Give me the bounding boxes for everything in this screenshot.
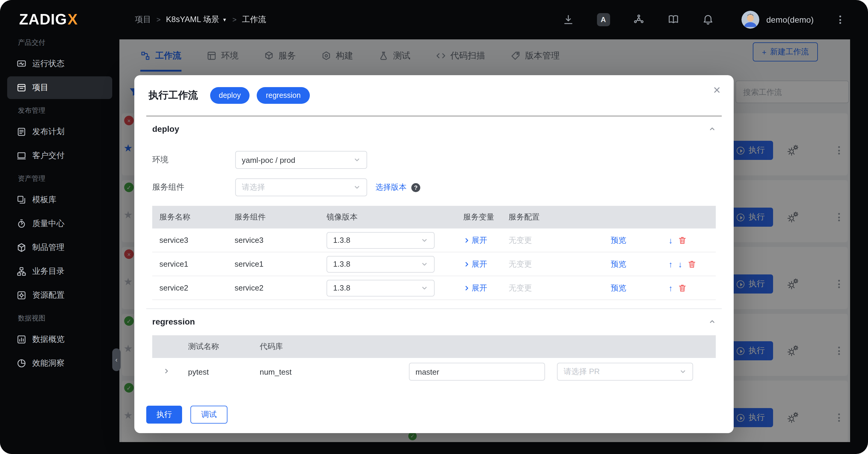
chevron-up-icon bbox=[709, 125, 716, 132]
expand-vars-link[interactable]: 展开 bbox=[463, 283, 487, 293]
template-icon bbox=[17, 195, 26, 205]
test-row: pytest num_test 请选择 PR bbox=[152, 358, 716, 385]
sidebar-item-label: 运行状态 bbox=[32, 59, 64, 69]
translate-icon[interactable]: A bbox=[597, 13, 610, 26]
preview-link[interactable]: 预览 bbox=[611, 235, 626, 244]
breadcrumb-projects[interactable]: 项目 bbox=[135, 14, 151, 25]
service-component-select[interactable]: 请选择 bbox=[235, 179, 367, 196]
expand-label: 展开 bbox=[472, 259, 487, 269]
deploy-panel: 环境 yaml-poc / prod 服务组件 请选择 选择版本 bbox=[146, 151, 722, 309]
preview-link[interactable]: 预览 bbox=[611, 259, 626, 268]
service-component: service1 bbox=[227, 260, 319, 268]
logo-accent: X bbox=[68, 10, 78, 28]
sidebar-item-template-library[interactable]: 模板库 bbox=[7, 189, 112, 211]
delete-trash-icon[interactable] bbox=[688, 260, 696, 268]
image-version-select[interactable]: 1.3.8 bbox=[327, 280, 435, 296]
section-label: regression bbox=[152, 317, 195, 326]
sidebar-item-performance-insight[interactable]: 效能洞察 bbox=[7, 352, 112, 375]
sidebar-section-data-view: 数据视图 bbox=[0, 309, 119, 327]
delete-trash-icon[interactable] bbox=[678, 284, 686, 292]
sidebar-item-resource-config[interactable]: 资源配置 bbox=[7, 284, 112, 306]
zadigx-logo[interactable]: ZADIGX bbox=[0, 7, 119, 31]
resource-gear-icon bbox=[17, 291, 26, 300]
env-select-value: yaml-poc / prod bbox=[242, 155, 295, 164]
image-version-select[interactable]: 1.3.8 bbox=[327, 256, 435, 272]
expand-row-icon[interactable] bbox=[163, 367, 170, 375]
sidebar-item-release-plan[interactable]: 发布计划 bbox=[7, 121, 112, 143]
col-service-name: 服务名称 bbox=[152, 212, 227, 223]
expand-vars-link[interactable]: 展开 bbox=[463, 235, 487, 246]
expand-label: 展开 bbox=[472, 283, 487, 293]
sidebar-section-release-mgmt: 发布管理 bbox=[0, 101, 119, 119]
app-window: ZADIGX 产品交付 运行状态 项目 发布管理 发布计划 客户交付 资产管理 … bbox=[0, 0, 868, 454]
sidebar-item-data-overview[interactable]: 数据概览 bbox=[7, 328, 112, 351]
preview-link[interactable]: 预览 bbox=[611, 283, 626, 292]
sidebar-item-label: 模板库 bbox=[32, 194, 56, 205]
col-image-version: 镜像版本 bbox=[319, 212, 457, 223]
deploy-section-header[interactable]: deploy bbox=[146, 116, 722, 141]
modal-body: deploy 环境 yaml-poc / prod 服务组件 请 bbox=[134, 116, 734, 398]
service-name: service3 bbox=[152, 236, 227, 245]
sidebar-section-asset-mgmt: 资产管理 bbox=[0, 169, 119, 187]
image-version-value: 1.3.8 bbox=[333, 260, 350, 268]
image-version-select[interactable]: 1.3.8 bbox=[327, 232, 435, 249]
sidebar-item-business-catalog[interactable]: 业务目录 bbox=[7, 260, 112, 283]
sidebar-item-label: 效能洞察 bbox=[32, 358, 64, 369]
service-row: service3 service3 1.3.8 展开 无变更 预览 ↓ bbox=[152, 228, 716, 252]
sidebar-item-label: 制品管理 bbox=[32, 242, 64, 253]
sidebar-item-label: 业务目录 bbox=[32, 266, 64, 277]
move-down-icon[interactable]: ↓ bbox=[678, 260, 682, 268]
docs-book-icon[interactable] bbox=[667, 14, 679, 26]
sidebar-item-customer-delivery[interactable]: 客户交付 bbox=[7, 144, 112, 167]
topbar-kebab-menu[interactable] bbox=[838, 12, 843, 27]
user-avatar bbox=[741, 11, 759, 29]
service-name: service2 bbox=[152, 283, 227, 292]
topbar-icons: A bbox=[562, 13, 714, 26]
bell-icon[interactable] bbox=[702, 14, 714, 26]
pr-select[interactable]: 请选择 PR bbox=[557, 363, 693, 381]
col-service-component: 服务组件 bbox=[227, 212, 319, 223]
sidebar-item-label: 资源配置 bbox=[32, 290, 64, 301]
stage-pill-deploy[interactable]: deploy bbox=[210, 87, 250, 104]
sidebar-item-running-status[interactable]: 运行状态 bbox=[7, 53, 112, 75]
stage-pill-regression[interactable]: regression bbox=[257, 87, 310, 104]
apps-cluster-icon[interactable] bbox=[632, 14, 645, 26]
close-icon[interactable]: × bbox=[713, 84, 720, 96]
download-icon[interactable] bbox=[562, 14, 574, 26]
test-table-header: 测试名称 代码库 bbox=[152, 335, 716, 358]
help-icon[interactable]: ? bbox=[411, 183, 420, 192]
test-name: pytest bbox=[181, 367, 252, 376]
service-component-label: 服务组件 bbox=[152, 182, 235, 193]
sidebar-item-quality-center[interactable]: 质量中心 bbox=[7, 213, 112, 235]
chevron-down-icon bbox=[353, 156, 361, 163]
branch-input[interactable] bbox=[409, 363, 545, 381]
expand-vars-link[interactable]: 展开 bbox=[463, 259, 487, 269]
sidebar-item-label: 数据概览 bbox=[32, 334, 64, 345]
move-up-icon[interactable]: ↑ bbox=[669, 260, 673, 268]
regression-section-header[interactable]: regression bbox=[146, 309, 722, 334]
sidebar-item-projects[interactable]: 项目 bbox=[7, 76, 112, 99]
delete-trash-icon[interactable] bbox=[678, 236, 686, 244]
project-icon bbox=[17, 83, 26, 93]
monitor-icon bbox=[17, 59, 26, 69]
choose-version-link[interactable]: 选择版本 bbox=[375, 182, 407, 193]
chevron-right-icon bbox=[463, 236, 470, 244]
service-component: service3 bbox=[227, 236, 319, 245]
chevron-down-icon bbox=[421, 284, 428, 291]
breadcrumb-project-selector[interactable]: K8sYAML 场景 ▼ bbox=[166, 14, 227, 25]
move-up-icon[interactable]: ↑ bbox=[669, 284, 673, 292]
deploy-section: deploy 环境 yaml-poc / prod 服务组件 请 bbox=[146, 116, 722, 309]
sidebar-item-artifact-mgmt[interactable]: 制品管理 bbox=[7, 236, 112, 259]
user-menu[interactable]: demo(demo) bbox=[741, 11, 814, 29]
modal-debug-button[interactable]: 调试 bbox=[190, 406, 227, 424]
env-select[interactable]: yaml-poc / prod bbox=[235, 151, 367, 169]
no-change-label: 无变更 bbox=[501, 235, 595, 246]
move-down-icon[interactable]: ↓ bbox=[669, 236, 673, 244]
modal-run-button[interactable]: 执行 bbox=[146, 406, 182, 424]
breadcrumb-separator: > bbox=[232, 15, 237, 24]
image-version-value: 1.3.8 bbox=[333, 283, 350, 292]
service-name: service1 bbox=[152, 260, 227, 268]
run-workflow-modal: 执行工作流 deploy regression × deploy 环境 yaml bbox=[134, 75, 734, 433]
sidebar-collapse-handle[interactable]: ‹ bbox=[112, 348, 121, 371]
plan-icon bbox=[17, 127, 26, 137]
